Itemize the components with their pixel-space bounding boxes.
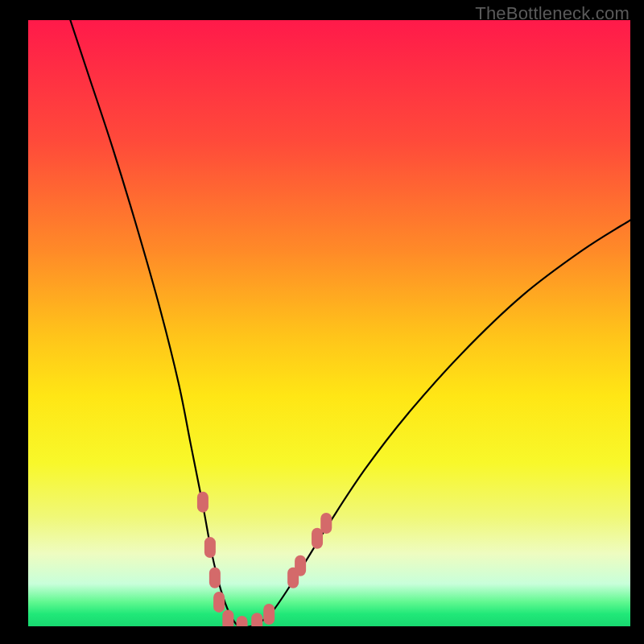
marker-point [295, 555, 306, 576]
chart-frame: TheBottleneck.com [0, 0, 644, 644]
marker-point [222, 609, 233, 626]
marker-point [204, 537, 216, 558]
plot-area [28, 20, 630, 626]
marker-point [251, 613, 262, 626]
marker-point [237, 616, 248, 626]
marker-point [213, 592, 225, 613]
bottleneck-curve [70, 20, 630, 626]
marker-point [209, 568, 221, 588]
chart-svg [28, 20, 630, 626]
marker-point [312, 528, 323, 549]
highlight-markers [197, 492, 332, 626]
watermark-label: TheBottleneck.com [475, 3, 630, 24]
marker-point [320, 513, 332, 534]
marker-point [263, 604, 275, 625]
marker-point [197, 492, 208, 513]
